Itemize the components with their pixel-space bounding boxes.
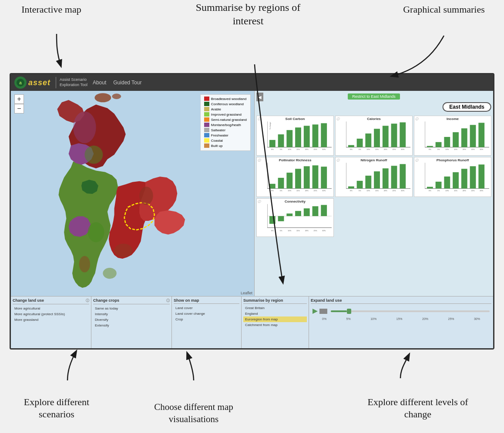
svg-rect-21: [278, 134, 284, 147]
slider-track-container: [331, 308, 490, 315]
land-use-header: Change land use ⓘ: [13, 298, 89, 304]
chart-nitrogen: ⓘ Nitrogen Runoff 8 6 4 2 0: [335, 157, 413, 197]
svg-point-6: [79, 256, 90, 273]
land-use-option-2[interactable]: More agricultural (protect SSSIs): [13, 311, 89, 317]
zoom-out-button[interactable]: −: [14, 104, 24, 113]
svg-text:10%: 10%: [366, 190, 370, 192]
crop-option-3[interactable]: Diversify: [93, 317, 170, 323]
land-use-option-1[interactable]: More agricultural: [13, 306, 89, 311]
svg-text:15%: 15%: [296, 230, 300, 232]
svg-text:10%: 10%: [288, 230, 291, 232]
svg-text:25%: 25%: [393, 148, 396, 150]
navbar: a asset Assist Scenario Exploration Tool…: [11, 74, 493, 91]
svg-text:15%: 15%: [375, 148, 379, 150]
expand-panel: Expand land use 0% 5% 10%: [309, 296, 493, 348]
svg-text:10%: 10%: [366, 148, 370, 150]
svg-rect-125: [444, 177, 450, 189]
svg-rect-81: [269, 184, 276, 189]
svg-rect-104: [365, 176, 371, 189]
svg-rect-45: [391, 123, 397, 147]
svg-text:20%: 20%: [305, 190, 309, 192]
svg-text:20%: 20%: [463, 190, 466, 192]
svg-text:30%: 30%: [401, 148, 404, 150]
play-button[interactable]: [312, 309, 318, 314]
svg-text:0%: 0%: [429, 148, 431, 150]
svg-rect-41: [357, 139, 363, 147]
nav-guided-tour[interactable]: Guided Tour: [113, 80, 141, 86]
pause-button[interactable]: [319, 309, 327, 314]
scenarios-panel: Change land use ⓘ More agricultural More…: [11, 296, 172, 348]
collapse-panel-button[interactable]: ◀: [256, 93, 263, 101]
nav-about[interactable]: About: [93, 80, 106, 86]
region-option-4[interactable]: Catchment from map: [243, 322, 307, 328]
legend-item-improved-grassland: Improved grassland: [204, 112, 247, 117]
svg-rect-129: [478, 164, 484, 188]
svg-text:15%: 15%: [296, 190, 300, 192]
crop-option-4[interactable]: Extensify: [93, 323, 170, 328]
svg-text:0%: 0%: [350, 148, 353, 150]
slider-handle[interactable]: [347, 309, 351, 314]
svg-rect-22: [286, 130, 292, 147]
legend-item-coniferous: Coniferous woodland: [204, 102, 247, 106]
chart-calories: ⓘ Calories 15 10 5 0: [335, 116, 413, 156]
svg-rect-61: [427, 146, 433, 147]
svg-point-8: [73, 111, 96, 143]
svg-text:15%: 15%: [454, 148, 457, 150]
svg-text:20%: 20%: [463, 148, 466, 150]
svg-text:25%: 25%: [314, 148, 317, 150]
crop-option-1[interactable]: Same as today: [93, 306, 170, 311]
region-option-2[interactable]: England: [243, 311, 307, 316]
svg-rect-148: [304, 208, 310, 216]
annotation-scenarios: Explore different scenarios: [9, 396, 104, 421]
legend-item-coastal: Coastal: [204, 138, 247, 143]
svg-rect-86: [312, 165, 319, 188]
legend-item-saltwater: Saltwater: [204, 128, 247, 132]
legend-item-semi-natural: Semi-natural grassland: [204, 117, 247, 122]
svg-rect-63: [444, 137, 450, 147]
crop-option-2[interactable]: Intensify: [93, 311, 170, 317]
legend-item-builtup: Built up: [204, 143, 247, 148]
zoom-in-button[interactable]: +: [14, 94, 24, 104]
svg-text:15%: 15%: [375, 190, 379, 192]
svg-text:15%: 15%: [454, 190, 457, 192]
region-select-button[interactable]: Restrict to East Midlands: [348, 93, 400, 100]
svg-text:5%: 5%: [437, 190, 440, 192]
svg-text:10%: 10%: [445, 190, 449, 192]
annotation-visualisations: Choose different map visualisations: [139, 401, 248, 425]
svg-rect-108: [400, 164, 406, 188]
region-option-3[interactable]: Euroregion from map: [243, 316, 307, 322]
svg-rect-40: [348, 145, 354, 147]
chart-soil-carbon: ⓘ Soil Carbon 0 -1 -2 -3 -4 %: [256, 116, 334, 156]
svg-rect-42: [365, 133, 371, 147]
svg-text:5%: 5%: [280, 148, 282, 150]
svg-rect-144: [269, 216, 276, 224]
svg-text:a: a: [19, 80, 22, 85]
svg-text:20%: 20%: [305, 230, 309, 232]
svg-text:30%: 30%: [401, 190, 404, 192]
svg-rect-87: [321, 167, 327, 188]
svg-rect-106: [383, 168, 389, 188]
logo-icon: a: [14, 77, 27, 89]
legend-item-freshwater: Freshwater: [204, 133, 247, 137]
svg-rect-82: [278, 178, 284, 189]
svg-rect-123: [427, 187, 433, 189]
svg-text:30%: 30%: [322, 148, 326, 150]
chart-phosphorus: ⓘ Phosphorus Runoff 8 6 4 2 0: [414, 157, 491, 197]
svg-rect-146: [286, 213, 292, 216]
svg-rect-128: [470, 166, 476, 188]
svg-rect-62: [436, 142, 442, 147]
map-option-2[interactable]: Land cover change: [174, 311, 239, 316]
svg-rect-65: [461, 128, 467, 147]
annotation-graphical: Graphical summaries: [392, 3, 496, 16]
svg-rect-44: [383, 126, 389, 147]
svg-point-9: [84, 146, 103, 164]
map-option-1[interactable]: Land cover: [174, 305, 239, 311]
svg-rect-124: [436, 182, 442, 189]
svg-text:% change: % change: [269, 122, 271, 130]
region-option-1[interactable]: Great Britain: [243, 305, 307, 311]
map-option-3[interactable]: Crop: [174, 316, 239, 322]
land-use-option-3[interactable]: More grassland: [13, 317, 89, 323]
svg-text:0%: 0%: [350, 190, 353, 192]
bottom-area: Change land use ⓘ More agricultural More…: [11, 296, 493, 348]
show-on-map-header: Show on map: [174, 298, 239, 304]
